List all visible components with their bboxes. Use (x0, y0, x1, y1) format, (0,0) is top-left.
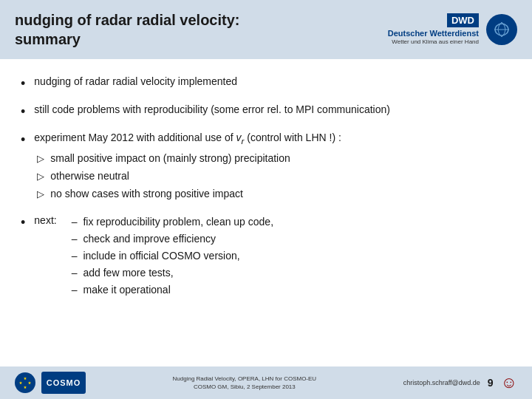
bullet-text-3-before: experiment May 2012 with additional use … (34, 132, 236, 143)
next-text-2: check and improve efficiency (83, 231, 216, 247)
dash-2: – (72, 231, 78, 247)
bullet-next-container: next: – fix reproducibility problem, cle… (34, 213, 511, 299)
slide-title: nudging of radar radial velocity: summar… (15, 10, 240, 49)
bullet-item-3: • experiment May 2012 with additional us… (21, 130, 511, 203)
next-item-4: – add few more tests, (72, 265, 273, 281)
footer-page-number: 9 (488, 377, 494, 389)
dwd-text: Deutscher Wetterdienst Wetter und Klima … (388, 29, 479, 46)
dash-5: – (72, 282, 78, 298)
bullet-item-next: • next: – fix reproducibility problem, c… (21, 213, 511, 299)
footer-logos: COSMO (15, 372, 86, 394)
next-text-4: add few more tests, (83, 265, 173, 281)
next-list: – fix reproducibility problem, clean up … (72, 214, 273, 299)
content-area: • nudging of radar radial velocity imple… (0, 59, 532, 366)
footer-email: christoph.schraff@dwd.de (403, 379, 480, 386)
bullet-dot-3: • (21, 131, 25, 149)
sub-text-2: otherwise neutral (50, 168, 129, 184)
bullet-dot-2: • (21, 103, 25, 121)
bullet-text-3-container: experiment May 2012 with additional use … (34, 130, 511, 203)
eagle-icon: ☺ (501, 373, 517, 392)
bullet-math-vr: vr (236, 132, 244, 143)
footer: COSMO Nudging Radial Velocity, OPERA, LH… (0, 366, 532, 399)
bullet-dot-next: • (21, 214, 25, 232)
dwd-logo: DWD Deutscher Wetterdienst Wetter und Kl… (388, 13, 479, 46)
sub-text-3: no show cases with strong positive impac… (50, 186, 243, 202)
sub-text-1: small positive impact on (mainly strong)… (50, 151, 290, 166)
next-item-5: – make it operational (72, 282, 273, 298)
dash-1: – (72, 214, 78, 230)
bullet-text-3-after: (control with LHN !) : (244, 132, 341, 143)
bullet-item-2: • still code problems with reproducibili… (21, 102, 511, 121)
sub-arrow-3: ▷ (37, 187, 44, 202)
sub-item-3: ▷ no show cases with strong positive imp… (37, 186, 511, 202)
sub-list-3: ▷ small positive impact on (mainly stron… (34, 151, 511, 202)
bullet-dot-1: • (21, 75, 25, 93)
bullet-item-1: • nudging of radar radial velocity imple… (21, 74, 511, 93)
next-text-3: include in official COSMO version, (83, 248, 239, 264)
footer-center: Nudging Radial Velocity, OPERA, LHN for … (173, 375, 317, 391)
sub-item-2: ▷ otherwise neutral (37, 168, 511, 184)
slide: nudging of radar radial velocity: summar… (0, 0, 532, 399)
next-item-2: – check and improve efficiency (72, 231, 273, 247)
dwd-tagline: Wetter und Klima aus einer Hand (388, 38, 479, 46)
sub-arrow-2: ▷ (37, 169, 44, 184)
next-item-1: – fix reproducibility problem, clean up … (72, 214, 273, 230)
footer-title-2: COSMO GM, Sibiu, 2 September 2013 (173, 383, 317, 391)
dwd-name-line1: Deutscher Wetterdienst (388, 29, 479, 38)
sub-arrow-1: ▷ (37, 151, 44, 166)
dwd-circle-icon (486, 14, 517, 45)
footer-right: christoph.schraff@dwd.de 9 ☺ (403, 373, 517, 392)
footer-title-1: Nudging Radial Velocity, OPERA, LHN for … (173, 375, 317, 383)
sub-item-1: ▷ small positive impact on (mainly stron… (37, 151, 511, 166)
eu-flag-icon (15, 372, 35, 393)
next-text-5: make it operational (83, 282, 170, 298)
next-text-1: fix reproducibility problem, clean up co… (83, 214, 273, 230)
bullet-text-1: nudging of radar radial velocity impleme… (34, 74, 511, 89)
header: nudging of radar radial velocity: summar… (0, 0, 532, 59)
bullet-text-2: still code problems with reproducibility… (34, 102, 511, 117)
dwd-badge: DWD (447, 13, 479, 27)
dash-3: – (72, 248, 78, 264)
next-item-3: – include in official COSMO version, (72, 248, 273, 264)
dash-4: – (72, 265, 78, 281)
next-label: next: (34, 213, 56, 228)
cosmo-logo: COSMO (41, 372, 86, 394)
logo-area: DWD Deutscher Wetterdienst Wetter und Kl… (388, 13, 517, 46)
